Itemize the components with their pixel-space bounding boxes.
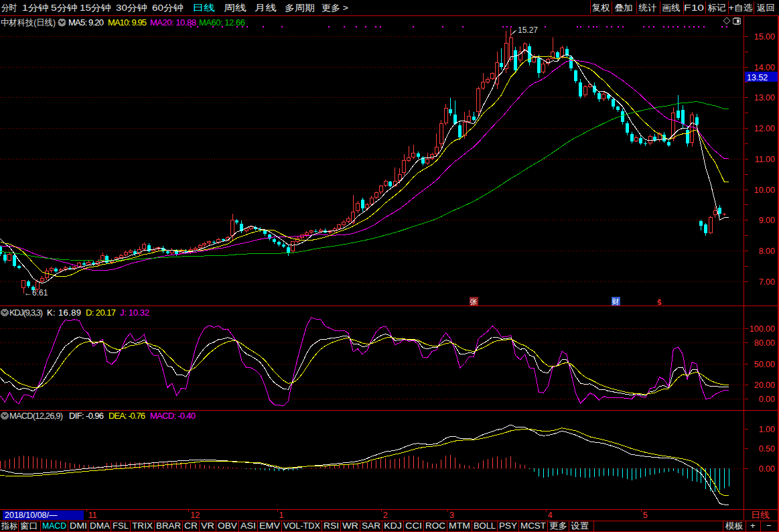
svg-text:+自选: +自选: [729, 3, 753, 13]
svg-text:3: 3: [449, 511, 454, 520]
svg-text:MA5: 9.20: MA5: 9.20: [68, 17, 104, 27]
svg-text:9.00: 9.00: [759, 216, 775, 225]
svg-text:0.00: 0.00: [759, 464, 775, 474]
svg-text:−: −: [766, 521, 772, 531]
svg-text:周线: 周线: [224, 3, 246, 13]
svg-text:MA20: 10.88: MA20: 10.88: [150, 17, 196, 27]
svg-text:D: 20.17: D: 20.17: [86, 308, 116, 318]
svg-text:0.50: 0.50: [759, 444, 775, 454]
svg-text:TRIX: TRIX: [132, 521, 153, 531]
svg-text:14.00: 14.00: [754, 63, 775, 72]
svg-text:财: 财: [612, 297, 620, 306]
svg-text:标记: 标记: [708, 3, 726, 13]
svg-text:WR: WR: [342, 521, 358, 531]
svg-text:+: +: [750, 521, 756, 531]
svg-text:2: 2: [383, 511, 388, 520]
svg-text:8.00: 8.00: [759, 247, 775, 256]
svg-text:DMI: DMI: [70, 521, 87, 531]
svg-text:画线: 画线: [662, 3, 681, 13]
svg-text:MA60: 12.66: MA60: 12.66: [199, 17, 245, 27]
svg-text:12.00: 12.00: [754, 124, 775, 133]
svg-text:FSL: FSL: [113, 521, 129, 531]
svg-text:50.00: 50.00: [754, 360, 775, 369]
svg-text:KDJ(9,3,3): KDJ(9,3,3): [9, 308, 43, 318]
svg-text:返回: 返回: [757, 3, 775, 13]
svg-text:SAR: SAR: [362, 521, 380, 531]
svg-text:MA10: 9.95: MA10: 9.95: [108, 17, 147, 27]
svg-text:1.00: 1.00: [759, 425, 775, 434]
svg-text:PSY: PSY: [499, 521, 518, 531]
svg-text:日线: 日线: [751, 510, 770, 520]
svg-text:MACD(12,26,9): MACD(12,26,9): [9, 411, 63, 421]
svg-text:指标: 指标: [1, 521, 17, 531]
svg-text:MACD: -0.40: MACD: -0.40: [150, 411, 196, 421]
svg-text:15.00: 15.00: [754, 32, 775, 42]
svg-text:J: 10.32: J: 10.32: [120, 308, 149, 318]
svg-text:更多 >: 更多 >: [322, 3, 348, 13]
svg-text:ROC: ROC: [425, 521, 445, 531]
svg-text:多周期: 多周期: [285, 3, 315, 13]
svg-text:ŝ: ŝ: [657, 297, 662, 307]
svg-text:RSI: RSI: [324, 521, 339, 531]
svg-text:0.00: 0.00: [759, 395, 775, 404]
svg-text:DEA: -0.76: DEA: -0.76: [109, 411, 145, 421]
svg-text:20.00: 20.00: [754, 381, 775, 390]
svg-text:VOL-TDX: VOL-TDX: [283, 521, 321, 531]
svg-text:7.00: 7.00: [759, 277, 775, 287]
svg-text:5分钟: 5分钟: [51, 3, 78, 13]
svg-text:窗口: 窗口: [20, 521, 38, 531]
svg-text:CCI: CCI: [405, 521, 422, 531]
svg-text:2018/10/08/—: 2018/10/08/—: [5, 511, 58, 520]
svg-text:DIF: -0.96: DIF: -0.96: [69, 411, 104, 421]
svg-text:CR: CR: [184, 521, 198, 531]
svg-text:15.27: 15.27: [518, 25, 538, 35]
svg-text:OBV: OBV: [218, 521, 238, 531]
svg-text:分时: 分时: [1, 3, 17, 13]
svg-text:←6.61: ←6.61: [24, 288, 48, 297]
svg-text:VR: VR: [201, 521, 214, 531]
svg-text:MCST: MCST: [520, 521, 546, 531]
svg-text:12: 12: [190, 511, 200, 520]
svg-text:100.00: 100.00: [750, 324, 775, 334]
svg-text:统计: 统计: [638, 3, 656, 13]
svg-text:中材科技(日线): 中材科技(日线): [1, 17, 56, 27]
svg-text:BOLL: BOLL: [474, 521, 496, 531]
svg-text:ASI: ASI: [240, 521, 256, 531]
svg-text:日线: 日线: [192, 3, 215, 13]
svg-text:1分钟: 1分钟: [22, 3, 49, 13]
svg-text:1: 1: [279, 511, 284, 520]
svg-text:K: 16.89: K: 16.89: [47, 308, 81, 318]
svg-text:11.00: 11.00: [755, 155, 775, 164]
svg-text:设置: 设置: [571, 521, 589, 531]
svg-text:10.00: 10.00: [754, 186, 775, 195]
svg-text:4: 4: [548, 511, 553, 520]
svg-text:更多: 更多: [549, 521, 567, 531]
svg-text:60分钟: 60分钟: [152, 3, 184, 13]
svg-text:月线: 月线: [255, 3, 277, 13]
svg-text:30分钟: 30分钟: [116, 3, 147, 13]
svg-text:13.00: 13.00: [754, 93, 775, 103]
svg-text:张: 张: [470, 297, 478, 306]
svg-text:80.00: 80.00: [754, 338, 775, 348]
svg-text:F10: F10: [684, 3, 704, 13]
svg-text:BRAR: BRAR: [156, 521, 181, 531]
svg-text:DMA: DMA: [90, 521, 111, 531]
svg-text:复权: 复权: [592, 3, 610, 13]
svg-text:模板: 模板: [725, 521, 743, 531]
svg-text:11: 11: [88, 511, 97, 520]
svg-text:KDJ: KDJ: [384, 521, 402, 531]
svg-text:13.52: 13.52: [747, 73, 768, 82]
svg-text:MTM: MTM: [449, 521, 470, 531]
svg-text:EMV: EMV: [259, 521, 281, 531]
svg-text:15分钟: 15分钟: [80, 3, 111, 13]
svg-text:5: 5: [643, 511, 648, 520]
svg-text:MACD: MACD: [42, 521, 66, 531]
svg-text:叠加: 叠加: [615, 3, 633, 13]
